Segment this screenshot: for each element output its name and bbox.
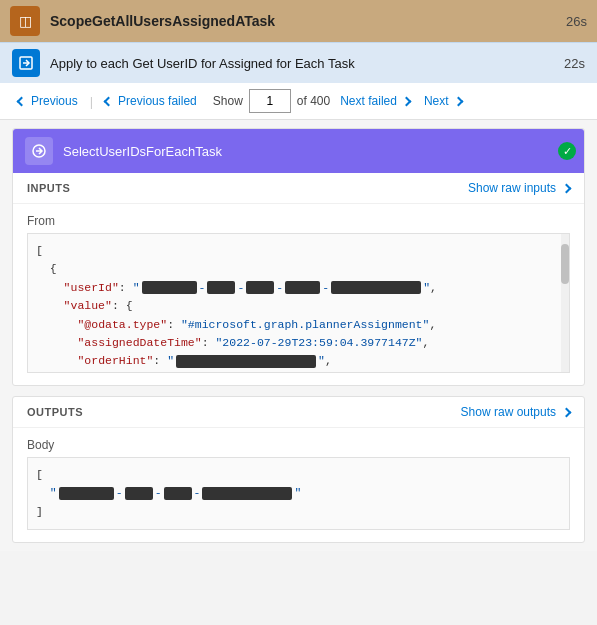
scope-title: ScopeGetAllUsersAssignedATask xyxy=(50,13,556,29)
show-raw-outputs-icon xyxy=(562,407,572,417)
outputs-card: OUTPUTS Show raw outputs Body [ " - - - … xyxy=(12,396,585,543)
redacted-5 xyxy=(331,281,421,294)
inputs-from-label: From xyxy=(13,204,584,233)
page-input[interactable] xyxy=(249,89,291,113)
code-line-4: "value": { xyxy=(36,297,555,315)
select-bar: SelectUserIDsForEachTask 0s ✓ xyxy=(13,129,584,173)
out-redacted-4 xyxy=(202,487,292,500)
chevron-left-icon xyxy=(17,96,27,106)
scrollbar-thumb xyxy=(561,244,569,284)
show-label: Show xyxy=(213,94,243,108)
outputs-header: OUTPUTS Show raw outputs xyxy=(13,397,584,428)
previous-failed-button[interactable]: Previous failed xyxy=(101,92,201,110)
scope-icon: ◫ xyxy=(10,6,40,36)
redacted-2 xyxy=(207,281,235,294)
content-area: SelectUserIDsForEachTask 0s ✓ INPUTS Sho… xyxy=(0,120,597,551)
select-title: SelectUserIDsForEachTask xyxy=(63,144,549,159)
show-raw-inputs-icon xyxy=(562,183,572,193)
next-failed-button[interactable]: Next failed xyxy=(336,92,414,110)
previous-failed-label: Previous failed xyxy=(118,94,197,108)
code-line-7: "orderHint": " ", xyxy=(36,352,555,370)
out-line-2: " - - - " xyxy=(36,484,561,502)
out-line-3: ] xyxy=(36,503,561,521)
out-redacted-2 xyxy=(125,487,153,500)
show-raw-inputs-text: Show raw inputs xyxy=(468,181,556,195)
nav-separator-1: | xyxy=(90,94,93,109)
success-badge: ✓ xyxy=(558,142,576,160)
outputs-label: OUTPUTS xyxy=(27,406,83,418)
previous-button[interactable]: Previous xyxy=(14,92,82,110)
inputs-code-block: [ { "userId": " - - - - ", "value": { "@… xyxy=(27,233,570,373)
code-line-6: "assignedDateTime": "2022-07-29T23:59:04… xyxy=(36,334,555,352)
next-button[interactable]: Next xyxy=(420,92,466,110)
inputs-label: INPUTS xyxy=(27,182,70,194)
outputs-body-label: Body xyxy=(13,428,584,457)
scope-bar: ◫ ScopeGetAllUsersAssignedATask 26s xyxy=(0,0,597,42)
next-label: Next xyxy=(424,94,449,108)
inputs-header: INPUTS Show raw inputs xyxy=(13,173,584,204)
out-redacted-3 xyxy=(164,487,192,500)
code-line-5: "@odata.type": "#microsoft.graph.planner… xyxy=(36,316,555,334)
redacted-6 xyxy=(176,355,316,368)
apply-bar: Apply to each Get UserID for Assigned fo… xyxy=(0,42,597,83)
select-card: SelectUserIDsForEachTask 0s ✓ INPUTS Sho… xyxy=(12,128,585,386)
out-redacted-1 xyxy=(59,487,114,500)
nav-row: Previous | Previous failed Show of 400 N… xyxy=(0,83,597,120)
apply-title: Apply to each Get UserID for Assigned fo… xyxy=(50,56,554,71)
apply-icon xyxy=(12,49,40,77)
apply-duration: 22s xyxy=(564,56,585,71)
code-line-3: "userId": " - - - - ", xyxy=(36,279,555,297)
show-raw-inputs-link[interactable]: Show raw inputs xyxy=(468,181,570,195)
select-icon xyxy=(25,137,53,165)
code-line-2: { xyxy=(36,260,555,278)
show-raw-outputs-text: Show raw outputs xyxy=(461,405,556,419)
show-raw-outputs-link[interactable]: Show raw outputs xyxy=(461,405,570,419)
code-line-1: [ xyxy=(36,242,555,260)
chevron-right-failed-icon xyxy=(401,96,411,106)
previous-label: Previous xyxy=(31,94,78,108)
out-line-1: [ xyxy=(36,466,561,484)
outputs-code-block: [ " - - - " ] xyxy=(27,457,570,530)
chevron-right-icon xyxy=(453,96,463,106)
scope-duration: 26s xyxy=(566,14,587,29)
code-line-8: "___: "... xyxy=(36,371,555,373)
redacted-3 xyxy=(246,281,274,294)
next-failed-label: Next failed xyxy=(340,94,397,108)
scrollbar-track xyxy=(561,234,569,372)
redacted-4 xyxy=(285,281,320,294)
redacted-1 xyxy=(142,281,197,294)
of-label: of 400 xyxy=(297,94,330,108)
chevron-left-failed-icon xyxy=(104,96,114,106)
